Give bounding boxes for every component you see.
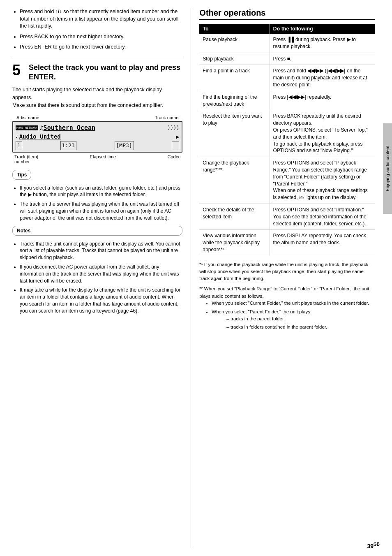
row-to: Find the beginning of the previous/next … [199, 91, 270, 110]
codec: [MP3] [115, 141, 134, 150]
step5-container: 5 Select the track you want to play and … [12, 63, 182, 82]
display-row1: HOME NETWORK ♫ Southern Ocean )))) [16, 123, 179, 133]
artist-name: Audio United [19, 132, 61, 141]
table-row: Reselect the item you want to play Press… [199, 110, 375, 157]
list-item: The track on the server that was playing… [20, 201, 182, 221]
notes-list: Tracks that the unit cannot play appear … [12, 241, 182, 315]
table-row: Check the details of the selected item P… [199, 204, 375, 229]
footnote-dash-list: tracks in the parent folder. tracks in f… [220, 315, 375, 331]
tips-box: Tips [12, 170, 31, 180]
row-do: Press BACK repeatedly until the desired … [270, 110, 375, 157]
footnote-2: *² When you set "Playback Range" to "Cur… [199, 285, 375, 331]
row-do: Press |◀◀/▶▶| repeatedly. [270, 91, 375, 110]
list-item: It may take a while for the display to c… [20, 287, 182, 314]
row-to: Pause playback [199, 34, 270, 53]
page-container: Enjoying audio content Press and hold ↑/… [0, 0, 392, 556]
table-header-row: To Do the following [199, 24, 375, 34]
section-title: Other operations [199, 8, 375, 20]
footnote-sub-list: When you select "Current Folder," the un… [205, 300, 375, 331]
row-to: Reselect the item you want to play [199, 110, 270, 157]
wifi-indicator: )))) [167, 124, 179, 132]
table-row: Find the beginning of the previous/next … [199, 91, 375, 110]
step-number: 5 [12, 63, 25, 78]
track-number: 1 [16, 141, 22, 150]
footnote-marker: *² [199, 286, 204, 291]
row-to: Change the playback range*¹*² [199, 157, 270, 204]
list-item: Press ENTER to go to the next lower dire… [20, 44, 182, 51]
extra-space [172, 141, 179, 150]
row-to: View various information while the playb… [199, 230, 270, 256]
left-column: Press and hold ↑/↓ so that the currently… [12, 8, 191, 548]
tips-label: Tips [17, 172, 27, 178]
list-item: When you select "Current Folder," the un… [212, 300, 375, 307]
footnote-text: When you set "Playback Range" to "Curren… [199, 286, 369, 298]
home-network-badge: HOME NETWORK [16, 125, 38, 131]
side-tab-label: Enjoying audio content [385, 146, 390, 191]
track-name-label: Track name [155, 115, 179, 120]
side-tab: Enjoying audio content [383, 123, 392, 214]
row-to: Find a point in a track [199, 65, 270, 91]
display-bottom-row: 1 1:23 [MP3] [16, 141, 179, 150]
elapsed-time: 1:23 [60, 141, 76, 150]
artist-name-label: Artist name [16, 115, 39, 120]
row-do: Press OPTIONS and select "Information." … [270, 204, 375, 229]
row-do: Press DISPLAY repeatedly. You can check … [270, 230, 375, 256]
right-column: Other operations To Do the following Pau… [191, 8, 375, 548]
step-heading: Select the track you want to play and pr… [29, 63, 182, 82]
footnotes: *¹ If you change the playback range whil… [199, 261, 375, 331]
notes-box: Notes [12, 226, 182, 236]
header-do: Do the following [270, 24, 375, 34]
intro-bullets: Press and hold ↑/↓ so that the currently… [12, 8, 182, 51]
footnote-text: If you change the playback range while t… [199, 262, 368, 281]
table-row: Stop playback Press ■. [199, 53, 375, 65]
notes-section: Notes Tracks that the unit cannot play a… [12, 226, 182, 315]
display-labels-top: Artist name Track name [12, 115, 182, 120]
track-title: Southern Ocean [44, 123, 95, 133]
row-do: Press OPTIONS and select "Playback Range… [270, 157, 375, 204]
tips-list: If you select a folder (such as an artis… [12, 185, 182, 222]
row-to: Stop playback [199, 53, 270, 65]
list-item: Tracks that the unit cannot play appear … [20, 241, 182, 261]
header-to: To [199, 24, 270, 34]
list-item: Press and hold ↑/↓ so that the currently… [20, 8, 182, 30]
row-do: Press ▐▐ during playback. Press ▶ to res… [270, 34, 375, 53]
footnote-1: *¹ If you change the playback range whil… [199, 261, 375, 283]
list-item: If you disconnect the AC power adaptor f… [20, 264, 182, 284]
step-description: The unit starts playing the selected tra… [12, 86, 182, 109]
table-row: Change the playback range*¹*² Press OPTI… [199, 157, 375, 204]
page-number: 39GB [367, 542, 380, 549]
row-to: Check the details of the selected item [199, 204, 270, 229]
main-content: Press and hold ↑/↓ so that the currently… [0, 0, 383, 556]
display-mockup: Artist name Track name HOME NETWORK ♫ So… [12, 115, 182, 164]
list-item: If you select a folder (such as an artis… [20, 185, 182, 199]
list-item: Press BACK to go to the next higher dire… [20, 33, 182, 41]
display-labels-bottom: Track (item)number Elapsed time Codec [12, 154, 182, 164]
display-row2: ♪ Audio United ▶ [16, 132, 179, 141]
list-item: tracks in folders contained in the paren… [226, 324, 375, 331]
table-row: Find a point in a track Press and hold ◀… [199, 65, 375, 91]
row-do: Press ■. [270, 53, 375, 65]
operations-table: To Do the following Pause playback Press… [199, 24, 375, 256]
table-row: Pause playback Press ▐▐ during playback.… [199, 34, 375, 53]
notes-label: Notes [17, 228, 30, 234]
play-icon: ▶ [176, 133, 180, 141]
codec-label: Codec [168, 154, 181, 164]
footnote-marker: *¹ [199, 262, 204, 267]
tips-section: Tips If you select a folder (such as an … [12, 170, 182, 222]
divider [12, 57, 182, 57]
track-item-label: Track (item)number [14, 154, 38, 164]
list-item: When you select "Parent Folder," the uni… [212, 308, 375, 331]
music-icon: ♫ [40, 123, 44, 133]
row-do: Press and hold ◀◀/▶▶ (|◀◀/▶▶| on the mai… [270, 65, 375, 91]
table-row: View various information while the playb… [199, 230, 375, 256]
person-icon: ♪ [16, 133, 18, 140]
list-item: tracks in the parent folder. [226, 315, 375, 322]
elapsed-time-label: Elapsed time [90, 154, 116, 164]
display-screen: HOME NETWORK ♫ Southern Ocean )))) ♪ Aud… [12, 121, 182, 153]
